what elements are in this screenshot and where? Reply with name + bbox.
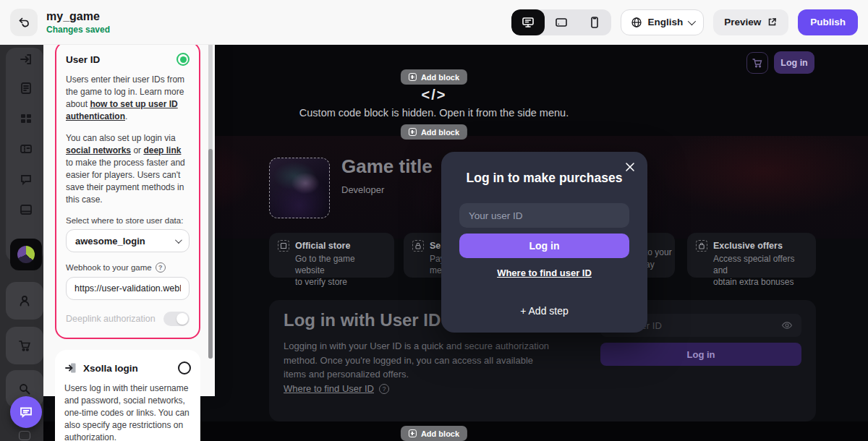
plus-square-icon — [409, 429, 417, 437]
webhook-input[interactable] — [66, 277, 190, 300]
game-title: Game title — [341, 155, 433, 178]
login-block-description: Logging in with your User ID is a quick … — [284, 339, 549, 382]
xsolla-login-description: Users log in with their username and pas… — [64, 382, 191, 441]
project-title: my_game — [46, 10, 110, 23]
wallet-menu-icon[interactable] — [19, 431, 30, 440]
device-desktop-button[interactable] — [511, 9, 545, 35]
add-block-button-top[interactable]: Add block — [401, 69, 467, 85]
site-side-menu — [0, 45, 43, 441]
user-id-description-2: You can also set up login via social net… — [66, 132, 190, 206]
user-id-radio-selected[interactable] — [176, 53, 190, 66]
deeplink-auth-label: Deeplink authorization — [66, 314, 156, 324]
userid-login-button[interactable]: Log in — [600, 343, 801, 366]
bag-icon — [696, 240, 707, 252]
card-exclusive-offers: Exclusive offers Access special offers a… — [687, 233, 816, 278]
chat-menu-icon[interactable] — [19, 172, 33, 187]
save-status: Changes saved — [46, 25, 110, 35]
globe-icon — [631, 17, 642, 28]
social-networks-link[interactable]: social networks — [66, 145, 131, 155]
card-official-store: Official store Go to the game website to… — [269, 233, 394, 278]
help-circle-icon: ? — [379, 384, 389, 394]
preview-label: Preview — [724, 17, 761, 27]
pages-menu-icon[interactable] — [19, 81, 33, 95]
panel-scrollbar-thumb[interactable] — [208, 149, 213, 359]
where-to-find-userid-link[interactable]: Where to find User ID — [284, 383, 374, 394]
cart-menu-item[interactable] — [6, 327, 43, 364]
game-logo-tile[interactable] — [10, 239, 42, 270]
deep-link-link[interactable]: deep link — [143, 145, 181, 155]
store-icon — [278, 240, 289, 252]
project-title-block: my_game Changes saved — [46, 10, 110, 35]
cart-icon — [752, 57, 763, 69]
webhook-label: Webhook to your game — [66, 263, 152, 272]
help-chat-fab[interactable] — [10, 396, 42, 428]
store-data-value: awesome_login — [75, 236, 145, 247]
publish-label: Publish — [810, 17, 846, 27]
language-label: English — [647, 17, 683, 27]
login-menu-icon[interactable] — [19, 52, 33, 67]
device-switcher — [511, 9, 611, 35]
xsolla-login-icon — [64, 361, 77, 374]
chevron-down-icon — [175, 236, 182, 244]
footer-menu-icon[interactable] — [19, 202, 33, 217]
preview-button[interactable]: Preview — [713, 9, 788, 35]
question-circle-icon[interactable]: ? — [156, 262, 166, 273]
modal-title: Log in to make purchases — [441, 171, 647, 186]
add-block-button-bottom[interactable]: Add block — [401, 426, 467, 441]
login-block-title: Log in with User ID — [284, 310, 441, 330]
xsolla-login-option-card[interactable]: Xsolla login Users log in with their use… — [55, 350, 200, 441]
language-selector[interactable]: English — [621, 9, 704, 35]
eye-icon[interactable] — [781, 320, 793, 331]
lock-icon — [412, 240, 424, 252]
top-bar-actions: English Preview Publish — [511, 9, 858, 35]
chat-bubble-icon — [18, 404, 34, 420]
login-purchases-modal: Log in to make purchases Log in Where to… — [441, 152, 647, 333]
account-menu-item[interactable] — [6, 282, 43, 320]
publish-button[interactable]: Publish — [798, 9, 858, 35]
add-step-button[interactable]: + Add step — [441, 305, 647, 317]
cart-button[interactable] — [746, 52, 768, 74]
chevron-down-icon — [688, 17, 696, 25]
plus-square-icon — [409, 128, 417, 136]
device-mobile-button[interactable] — [578, 9, 611, 35]
promo-ticket-menu-icon[interactable] — [19, 142, 33, 156]
person-icon — [17, 294, 32, 308]
user-id-option-title: User ID — [66, 54, 100, 65]
game-logo — [17, 246, 35, 263]
mobile-icon — [587, 15, 602, 30]
blocks-menu-icon[interactable] — [19, 111, 33, 126]
desktop-icon — [521, 15, 535, 30]
undo-button[interactable] — [10, 9, 38, 36]
modal-find-userid-link[interactable]: Where to find user ID — [441, 267, 647, 278]
user-id-description-1: Users enter their user IDs from the game… — [66, 74, 190, 123]
modal-login-button[interactable]: Log in — [459, 234, 629, 258]
game-developer: Developer — [341, 184, 384, 195]
user-id-option-card[interactable]: User ID Users enter their user IDs from … — [55, 41, 200, 339]
device-tablet-button[interactable] — [545, 9, 578, 35]
deeplink-auth-toggle[interactable] — [163, 312, 190, 326]
tablet-icon — [554, 15, 569, 30]
site-nav-login-button[interactable]: Log in — [774, 51, 814, 74]
xsolla-login-radio-unselected[interactable] — [178, 361, 191, 374]
external-link-icon — [767, 17, 778, 27]
modal-userid-input[interactable] — [459, 203, 629, 228]
game-cover-image[interactable] — [269, 158, 330, 218]
app-root: my_game Changes saved — [0, 0, 868, 441]
store-data-select[interactable]: awesome_login — [66, 229, 190, 252]
xsolla-login-title: Xsolla login — [83, 363, 138, 374]
plus-square-icon — [409, 73, 417, 81]
undo-icon — [17, 16, 30, 29]
store-data-label: Select where to store user data: — [66, 216, 190, 225]
cart-icon — [17, 338, 32, 353]
add-block-button-middle[interactable]: Add block — [401, 124, 467, 140]
login-settings-panel: Login settings User ID Users enter their… — [43, 0, 215, 396]
search-icon — [17, 382, 32, 396]
top-bar: my_game Changes saved — [0, 0, 868, 45]
